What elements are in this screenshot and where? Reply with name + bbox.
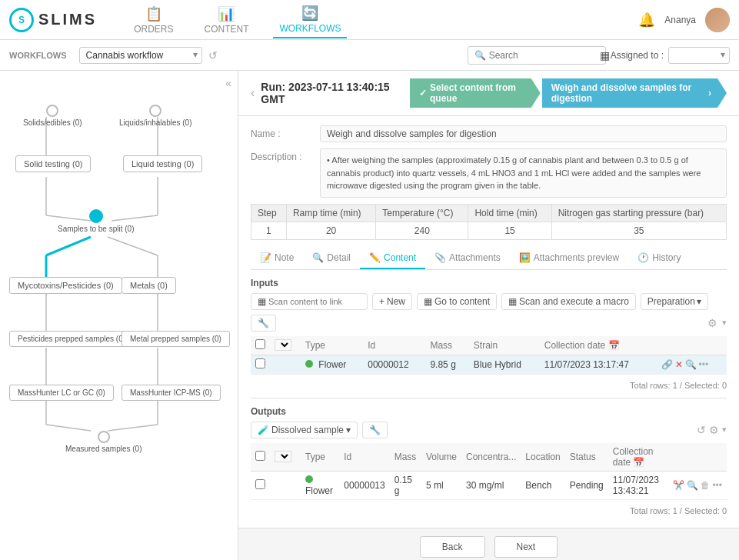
outputs-row1-checkbox-cell [251, 471, 270, 499]
workflows-icon: 🔄 [301, 5, 318, 22]
node-masshunter-icp[interactable]: MassHunter ICP-MS (0) [122, 385, 221, 401]
right-panel: ‹ Run: 2023-07-11 13:40:15 GMT ✓ Select … [238, 71, 739, 560]
wrench-icon: 🔧 [258, 318, 269, 328]
detail-icon: 🔍 [312, 252, 324, 263]
nav-content-label: CONTENT [204, 24, 248, 35]
barcode-icon[interactable]: ▦ [600, 49, 610, 62]
outputs-wrench-button[interactable]: 🔧 [362, 422, 388, 438]
digest-col-temp: Temperature (°C) [376, 204, 468, 222]
assigned-label: Assigned to : [611, 50, 664, 61]
back-button[interactable]: Back [420, 536, 485, 558]
node-measured[interactable]: Measured samples (0) [65, 431, 141, 453]
outputs-gear-button[interactable]: ⚙ [709, 424, 719, 436]
tab-detail[interactable]: 🔍 Detail [303, 248, 360, 269]
cut-icon[interactable]: ✂️ [673, 480, 684, 491]
inputs-toolbar: ▦ + New ▦ Go to content ▦ Scan and execu… [251, 293, 727, 332]
inputs-row-1: Flower 00000012 9.85 g Blue Hybrid 11/07… [251, 355, 727, 374]
outputs-col-filter [270, 443, 301, 472]
liquids-circle [149, 105, 161, 117]
preparation-button[interactable]: Preparation ▾ [641, 293, 708, 310]
dissolved-sample-button[interactable]: 🧪 Dissolved sample ▾ [251, 422, 358, 438]
plus-icon: + [379, 296, 384, 307]
run-header: ‹ Run: 2023-07-11 13:40:15 GMT ✓ Select … [238, 71, 739, 116]
nav-content[interactable]: 📊 CONTENT [198, 2, 255, 38]
tab-attachments-preview[interactable]: 🖼️ Attachments preview [510, 248, 628, 269]
svg-line-17 [108, 425, 158, 431]
trash-icon[interactable]: 🗑 [701, 480, 710, 491]
digest-table: Step Ramp time (min) Temperature (°C) Ho… [251, 204, 727, 240]
node-pesticides-prepped[interactable]: Pesticides prepped samples (0) [9, 331, 134, 347]
node-metals[interactable]: Metals (0) [122, 277, 176, 294]
inputs-row1-checkbox[interactable] [255, 358, 265, 368]
digest-row-1: 1 20 240 15 35 [251, 222, 727, 239]
outputs-gear-arrow: ▾ [722, 425, 727, 435]
output-search-icon[interactable]: 🔍 [687, 480, 698, 491]
more-options-icon[interactable]: ••• [699, 359, 709, 370]
go-to-content-button[interactable]: ▦ Go to content [417, 293, 497, 310]
nav-workflows[interactable]: 🔄 WORKFLOWS [273, 2, 347, 38]
inputs-row1-strain: Blue Hybrid [469, 355, 540, 374]
back-arrow-icon[interactable]: ‹ [251, 86, 255, 100]
node-metal-prepped[interactable]: Metal prepped samples (0) [122, 331, 230, 347]
solids-label: Solids/edibles (0) [23, 118, 82, 127]
avatar[interactable] [705, 8, 730, 32]
node-solid-testing[interactable]: Solid testing (0) [15, 155, 91, 172]
refresh-button[interactable]: ↺ [208, 49, 218, 62]
name-label: Name : [251, 125, 320, 139]
new-button[interactable]: + New [372, 293, 412, 310]
node-samples-split[interactable]: Samples to be split (0) [58, 209, 135, 233]
remove-icon[interactable]: ✕ [675, 359, 683, 370]
next-button[interactable]: Next [494, 536, 558, 558]
date-calendar-icon: 📅 [608, 340, 620, 351]
tab-note[interactable]: 📝 Note [251, 248, 303, 269]
outputs-row1-checkbox[interactable] [255, 479, 265, 489]
step-select-content[interactable]: ✓ Select content from queue [410, 78, 541, 108]
workflow-select[interactable]: Cannabis workflow [79, 47, 202, 64]
metal-prepped-node: Metal prepped samples (0) [122, 331, 230, 347]
search-record-icon[interactable]: 🔍 [685, 359, 697, 370]
search-input[interactable] [489, 50, 597, 61]
node-mycotoxins[interactable]: Mycotoxins/Pesticides (0) [9, 277, 122, 294]
outputs-col-volume: Volume [421, 443, 461, 472]
link-icon[interactable]: 🔗 [661, 359, 673, 370]
inputs-select-all[interactable] [255, 339, 265, 349]
node-liquids[interactable]: Liquids/inhalables (0) [119, 105, 192, 127]
scan-macro-button[interactable]: ▦ Scan and execute a macro [501, 293, 636, 310]
tab-content[interactable]: ✏️ Content [360, 248, 425, 269]
inputs-row1-type-label: Flower [318, 359, 346, 370]
notifications-bell-icon[interactable]: 🔔 [638, 12, 655, 28]
outputs-refresh-button[interactable]: ↺ [697, 424, 706, 436]
inputs-filter-select[interactable] [275, 339, 291, 351]
output-more-icon[interactable]: ••• [712, 480, 722, 491]
scan-content-input[interactable] [268, 297, 361, 306]
inputs-section-label: Inputs [251, 278, 727, 288]
step-check-icon: ✓ [419, 88, 427, 98]
node-masshunter-lc[interactable]: MassHunter LC or GC (0) [9, 385, 114, 401]
main-layout: « [0, 71, 739, 560]
output-flower-dot [305, 475, 313, 483]
tab-history[interactable]: 🕐 History [628, 248, 690, 269]
outputs-filter-select[interactable] [275, 451, 291, 462]
step-weigh-dissolve[interactable]: Weigh and dissolve samples for digestion… [542, 78, 727, 108]
node-solids[interactable]: Solids/edibles (0) [23, 105, 82, 127]
search-box: 🔍 ▦ [468, 46, 606, 65]
node-liquid-testing[interactable]: Liquid testing (0) [123, 155, 202, 172]
inputs-total: Total rows: 1 / Selected: 0 [251, 378, 727, 393]
avatar-image [705, 8, 730, 32]
samples-split-diamond [89, 209, 103, 223]
inputs-gear-button[interactable]: ⚙ [707, 317, 717, 329]
outputs-date-icon: 📅 [633, 457, 644, 468]
tab-attachments[interactable]: 📎 Attachments [425, 248, 510, 269]
outputs-select-all[interactable] [255, 451, 265, 461]
wrench-button[interactable]: 🔧 [251, 315, 276, 332]
history-clock-icon: 🕐 [637, 252, 649, 263]
assigned-select[interactable] [668, 47, 730, 64]
step-select-content-label: Select content from queue [430, 82, 525, 104]
assigned-selector-wrap[interactable] [668, 47, 730, 64]
nav-orders[interactable]: 📋 ORDERS [128, 2, 179, 38]
workflow-selector-wrap[interactable]: Cannabis workflow [79, 47, 202, 64]
note-icon: 📝 [260, 252, 271, 263]
scan-content-wrap: ▦ [251, 293, 368, 310]
metals-node: Metals (0) [122, 277, 176, 294]
content-pencil-icon: ✏️ [369, 252, 381, 263]
